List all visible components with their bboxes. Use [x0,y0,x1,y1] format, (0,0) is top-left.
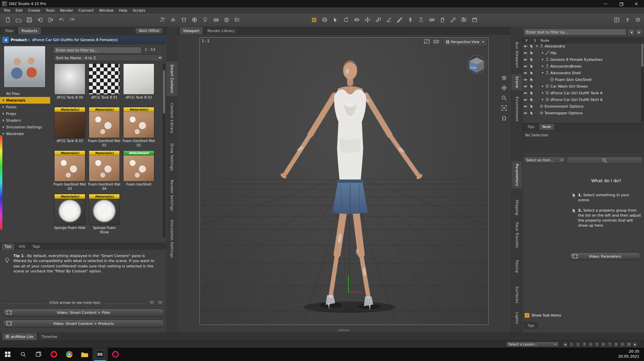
scene-tab-node[interactable]: Node [539,123,555,130]
visibility-eye-icon[interactable] [522,105,528,108]
new-file-icon[interactable] [3,15,12,24]
expander-closed-icon[interactable] [541,65,544,68]
taskbar-clock[interactable]: 20:35 20.05.2021 [618,348,644,361]
pager-page[interactable]: 4 [588,342,593,347]
content-item[interactable]: Material(s)Foam GeoShell Mat 04 [88,150,120,191]
open-file-icon[interactable] [14,15,23,24]
render-camera-icon[interactable] [460,15,469,24]
geometry-editor-icon[interactable] [395,15,404,24]
next-tip-button[interactable]: > [157,300,164,306]
selectability-cursor-icon[interactable] [529,104,534,109]
scene-node-hip[interactable]: Hip [522,49,640,56]
content-item[interactable]: Material(s)dFCG Tank B 03 [54,107,86,148]
pan-view-icon[interactable] [500,84,508,92]
item-thumbnail[interactable] [54,64,85,95]
selectability-cursor-icon[interactable] [529,98,534,102]
visibility-eye-icon[interactable] [522,72,528,75]
home-view-icon[interactable] [500,114,508,122]
tab-files[interactable]: Files [2,27,17,34]
surface-selection-icon[interactable] [406,15,415,24]
tab-tips[interactable]: Tips [1,243,15,250]
redo-icon[interactable] [68,15,77,24]
work-offline-button[interactable]: Work Offline [135,28,163,34]
expander-closed-icon[interactable] [541,98,544,101]
splitter-grip-icon[interactable] [514,153,519,158]
item-thumbnail[interactable]: Material(s) [54,107,85,138]
tab-simulation-settings[interactable]: Simulation Settings [166,217,177,261]
scene-filter-input[interactable] [524,29,626,35]
content-item[interactable]: Material(s)Sponge Foam Show [88,194,120,235]
visibility-eye-icon[interactable] [522,85,528,88]
scene-scrollbar[interactable] [641,43,644,122]
menu-connect[interactable]: Connect [76,7,96,14]
hdri-sphere-icon[interactable] [320,15,329,24]
category-simulation-settings[interactable]: Simulation-Settings [0,124,50,130]
expander-open-icon[interactable] [535,45,539,47]
add-light-icon[interactable] [201,15,210,24]
visibility-eye-icon[interactable] [522,45,528,48]
orbit-tool-icon[interactable] [352,15,361,24]
parameters-search-button[interactable] [567,157,642,164]
tab-lights[interactable]: Lights [511,311,522,326]
start-button[interactable] [0,348,15,361]
export-icon[interactable] [46,15,55,24]
lesson-dropdown[interactable]: Select a Lesson... [506,342,559,347]
pager-page[interactable]: 2 [575,342,581,347]
item-thumbnail[interactable]: Material(s) [89,150,120,182]
show-sub-items-row[interactable]: ✓ Show Sub Items [525,313,561,318]
daz-studio-taskbar-icon[interactable]: DS [92,348,108,361]
content-item[interactable]: Material(s)Foam GeoShell Mat 03 [54,150,86,191]
undo-icon[interactable] [57,15,66,24]
content-filter-input[interactable] [54,47,142,53]
pane-menu-icon[interactable] [514,327,519,332]
expander-open-icon[interactable] [541,72,544,74]
tab-render-settings[interactable]: Render Settings [166,177,177,214]
restore-button[interactable] [613,0,629,7]
pager-next-icon[interactable]: ▶ [632,342,638,347]
expander-closed-icon[interactable] [541,51,544,54]
render-icon[interactable] [470,15,479,24]
visibility-eye-icon[interactable] [522,58,528,61]
selectability-cursor-icon[interactable] [529,71,534,75]
expander-closed-icon[interactable] [541,92,544,94]
scene-tab-tips[interactable]: Tips [524,123,538,130]
scene-node-environment-options[interactable]: Environment Options [522,103,640,110]
tab-face-transfer[interactable]: Face Transfer [511,221,522,250]
visibility-eye-icon[interactable] [522,65,528,68]
visibility-eye-icon[interactable] [522,51,528,54]
nav-cube[interactable]: Front [466,53,487,76]
content-item[interactable]: dFCG Tank B 00 [54,64,86,104]
show-sub-items-checkbox[interactable]: ✓ [525,313,530,318]
menu-scripts[interactable]: Scripts [130,7,148,14]
content-scrollbar[interactable] [163,64,165,238]
selectability-cursor-icon[interactable] [529,57,534,62]
filter-next-button[interactable] [635,29,643,36]
opera-gx-taskbar-icon[interactable] [108,348,123,361]
figure-tool-icon[interactable] [417,15,426,24]
category-shaders[interactable]: Shaders [0,117,50,124]
item-thumbnail[interactable]: Material(s) [123,107,154,138]
pager-page[interactable]: 10 [626,342,632,347]
category-wardrobe[interactable]: Wardrobe [0,130,50,137]
add-figure-icon[interactable] [158,15,167,24]
zoom-view-icon[interactable] [500,94,508,102]
universal-tool-icon[interactable] [363,15,372,24]
item-thumbnail[interactable]: Material(s) [89,194,120,225]
back-button[interactable] [2,37,9,43]
help-icon[interactable]: ? [623,15,632,24]
visibility-eye-icon[interactable] [522,92,528,95]
tab-scene[interactable]: Scene [511,74,522,90]
pane-menu-icon[interactable] [501,28,507,33]
item-thumbnail[interactable]: Material(s) [54,194,85,225]
aspect-frame-icon[interactable] [424,39,429,44]
content-item[interactable]: dFCG Tank B 01 [88,64,120,104]
chrome-taskbar-icon[interactable] [62,348,77,361]
view-list-icon[interactable] [233,15,242,24]
menu-window[interactable]: Window [96,7,116,14]
add-wardrobe-icon[interactable] [179,15,188,24]
task-view-icon[interactable] [31,348,46,361]
viewport-canvas[interactable]: 1 : 1 Perspective View Front [199,37,489,325]
tab-aux-viewport[interactable]: Aux Viewport [511,39,522,70]
scene-node-brows[interactable]: AlessandraBrows [522,63,640,70]
menu-file[interactable]: File [1,7,13,14]
